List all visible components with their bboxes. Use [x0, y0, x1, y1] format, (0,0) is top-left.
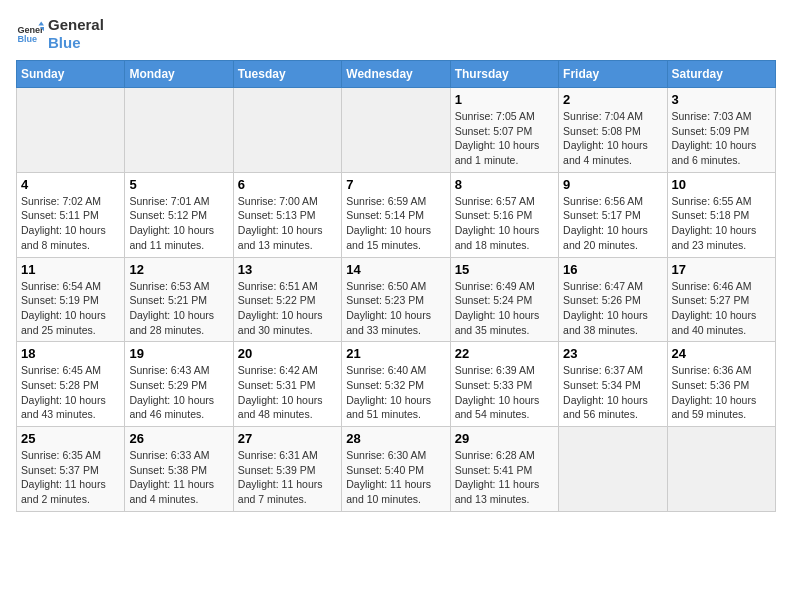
day-number: 26 — [129, 431, 228, 446]
day-number: 3 — [672, 92, 771, 107]
day-number: 4 — [21, 177, 120, 192]
logo-line2: Blue — [48, 34, 104, 52]
day-number: 7 — [346, 177, 445, 192]
day-info: Sunrise: 6:50 AM Sunset: 5:23 PM Dayligh… — [346, 279, 445, 338]
calendar-cell: 11Sunrise: 6:54 AM Sunset: 5:19 PM Dayli… — [17, 257, 125, 342]
svg-text:General: General — [17, 25, 44, 35]
day-info: Sunrise: 6:30 AM Sunset: 5:40 PM Dayligh… — [346, 448, 445, 507]
day-number: 17 — [672, 262, 771, 277]
calendar-cell: 26Sunrise: 6:33 AM Sunset: 5:38 PM Dayli… — [125, 427, 233, 512]
calendar-cell: 28Sunrise: 6:30 AM Sunset: 5:40 PM Dayli… — [342, 427, 450, 512]
day-header-sunday: Sunday — [17, 61, 125, 88]
calendar-cell — [17, 88, 125, 173]
calendar-cell: 15Sunrise: 6:49 AM Sunset: 5:24 PM Dayli… — [450, 257, 558, 342]
day-number: 15 — [455, 262, 554, 277]
logo-line1: General — [48, 16, 104, 34]
day-info: Sunrise: 6:47 AM Sunset: 5:26 PM Dayligh… — [563, 279, 662, 338]
calendar-week-0: 1Sunrise: 7:05 AM Sunset: 5:07 PM Daylig… — [17, 88, 776, 173]
logo-icon: General Blue — [16, 20, 44, 48]
day-number: 22 — [455, 346, 554, 361]
day-info: Sunrise: 6:59 AM Sunset: 5:14 PM Dayligh… — [346, 194, 445, 253]
calendar-cell: 21Sunrise: 6:40 AM Sunset: 5:32 PM Dayli… — [342, 342, 450, 427]
day-info: Sunrise: 6:43 AM Sunset: 5:29 PM Dayligh… — [129, 363, 228, 422]
day-info: Sunrise: 6:54 AM Sunset: 5:19 PM Dayligh… — [21, 279, 120, 338]
day-info: Sunrise: 6:28 AM Sunset: 5:41 PM Dayligh… — [455, 448, 554, 507]
day-header-friday: Friday — [559, 61, 667, 88]
svg-marker-2 — [38, 21, 44, 25]
day-info: Sunrise: 6:36 AM Sunset: 5:36 PM Dayligh… — [672, 363, 771, 422]
day-number: 28 — [346, 431, 445, 446]
calendar-cell: 18Sunrise: 6:45 AM Sunset: 5:28 PM Dayli… — [17, 342, 125, 427]
day-info: Sunrise: 7:03 AM Sunset: 5:09 PM Dayligh… — [672, 109, 771, 168]
day-info: Sunrise: 6:39 AM Sunset: 5:33 PM Dayligh… — [455, 363, 554, 422]
day-info: Sunrise: 6:35 AM Sunset: 5:37 PM Dayligh… — [21, 448, 120, 507]
calendar-cell: 24Sunrise: 6:36 AM Sunset: 5:36 PM Dayli… — [667, 342, 775, 427]
calendar-cell: 1Sunrise: 7:05 AM Sunset: 5:07 PM Daylig… — [450, 88, 558, 173]
calendar-cell: 9Sunrise: 6:56 AM Sunset: 5:17 PM Daylig… — [559, 172, 667, 257]
day-info: Sunrise: 6:51 AM Sunset: 5:22 PM Dayligh… — [238, 279, 337, 338]
calendar-cell: 16Sunrise: 6:47 AM Sunset: 5:26 PM Dayli… — [559, 257, 667, 342]
calendar-week-1: 4Sunrise: 7:02 AM Sunset: 5:11 PM Daylig… — [17, 172, 776, 257]
day-info: Sunrise: 6:57 AM Sunset: 5:16 PM Dayligh… — [455, 194, 554, 253]
day-info: Sunrise: 6:45 AM Sunset: 5:28 PM Dayligh… — [21, 363, 120, 422]
calendar-cell: 29Sunrise: 6:28 AM Sunset: 5:41 PM Dayli… — [450, 427, 558, 512]
day-info: Sunrise: 6:46 AM Sunset: 5:27 PM Dayligh… — [672, 279, 771, 338]
day-number: 10 — [672, 177, 771, 192]
day-info: Sunrise: 7:05 AM Sunset: 5:07 PM Dayligh… — [455, 109, 554, 168]
day-number: 14 — [346, 262, 445, 277]
calendar-body: 1Sunrise: 7:05 AM Sunset: 5:07 PM Daylig… — [17, 88, 776, 512]
day-number: 2 — [563, 92, 662, 107]
day-info: Sunrise: 7:04 AM Sunset: 5:08 PM Dayligh… — [563, 109, 662, 168]
calendar-cell: 17Sunrise: 6:46 AM Sunset: 5:27 PM Dayli… — [667, 257, 775, 342]
day-info: Sunrise: 6:37 AM Sunset: 5:34 PM Dayligh… — [563, 363, 662, 422]
calendar-cell: 7Sunrise: 6:59 AM Sunset: 5:14 PM Daylig… — [342, 172, 450, 257]
day-number: 5 — [129, 177, 228, 192]
calendar-cell: 22Sunrise: 6:39 AM Sunset: 5:33 PM Dayli… — [450, 342, 558, 427]
day-number: 24 — [672, 346, 771, 361]
day-number: 19 — [129, 346, 228, 361]
calendar-week-2: 11Sunrise: 6:54 AM Sunset: 5:19 PM Dayli… — [17, 257, 776, 342]
calendar-week-3: 18Sunrise: 6:45 AM Sunset: 5:28 PM Dayli… — [17, 342, 776, 427]
day-header-thursday: Thursday — [450, 61, 558, 88]
day-number: 16 — [563, 262, 662, 277]
logo: General Blue General Blue — [16, 16, 104, 52]
calendar-cell: 19Sunrise: 6:43 AM Sunset: 5:29 PM Dayli… — [125, 342, 233, 427]
calendar-week-4: 25Sunrise: 6:35 AM Sunset: 5:37 PM Dayli… — [17, 427, 776, 512]
day-number: 25 — [21, 431, 120, 446]
day-number: 18 — [21, 346, 120, 361]
day-info: Sunrise: 6:40 AM Sunset: 5:32 PM Dayligh… — [346, 363, 445, 422]
calendar-cell: 3Sunrise: 7:03 AM Sunset: 5:09 PM Daylig… — [667, 88, 775, 173]
day-header-wednesday: Wednesday — [342, 61, 450, 88]
day-number: 9 — [563, 177, 662, 192]
calendar-cell: 5Sunrise: 7:01 AM Sunset: 5:12 PM Daylig… — [125, 172, 233, 257]
day-info: Sunrise: 6:53 AM Sunset: 5:21 PM Dayligh… — [129, 279, 228, 338]
calendar-cell: 4Sunrise: 7:02 AM Sunset: 5:11 PM Daylig… — [17, 172, 125, 257]
calendar-cell — [667, 427, 775, 512]
day-header-tuesday: Tuesday — [233, 61, 341, 88]
day-header-saturday: Saturday — [667, 61, 775, 88]
calendar-cell: 6Sunrise: 7:00 AM Sunset: 5:13 PM Daylig… — [233, 172, 341, 257]
calendar-cell: 27Sunrise: 6:31 AM Sunset: 5:39 PM Dayli… — [233, 427, 341, 512]
day-number: 13 — [238, 262, 337, 277]
calendar-cell: 8Sunrise: 6:57 AM Sunset: 5:16 PM Daylig… — [450, 172, 558, 257]
day-number: 23 — [563, 346, 662, 361]
day-info: Sunrise: 6:49 AM Sunset: 5:24 PM Dayligh… — [455, 279, 554, 338]
calendar-cell — [559, 427, 667, 512]
day-info: Sunrise: 7:01 AM Sunset: 5:12 PM Dayligh… — [129, 194, 228, 253]
day-number: 12 — [129, 262, 228, 277]
calendar-cell — [125, 88, 233, 173]
calendar-cell: 2Sunrise: 7:04 AM Sunset: 5:08 PM Daylig… — [559, 88, 667, 173]
calendar-header-row: SundayMondayTuesdayWednesdayThursdayFrid… — [17, 61, 776, 88]
day-info: Sunrise: 7:02 AM Sunset: 5:11 PM Dayligh… — [21, 194, 120, 253]
day-info: Sunrise: 6:42 AM Sunset: 5:31 PM Dayligh… — [238, 363, 337, 422]
day-info: Sunrise: 6:31 AM Sunset: 5:39 PM Dayligh… — [238, 448, 337, 507]
calendar-cell: 23Sunrise: 6:37 AM Sunset: 5:34 PM Dayli… — [559, 342, 667, 427]
day-number: 6 — [238, 177, 337, 192]
day-info: Sunrise: 6:56 AM Sunset: 5:17 PM Dayligh… — [563, 194, 662, 253]
calendar-cell: 10Sunrise: 6:55 AM Sunset: 5:18 PM Dayli… — [667, 172, 775, 257]
day-number: 11 — [21, 262, 120, 277]
day-number: 1 — [455, 92, 554, 107]
day-number: 8 — [455, 177, 554, 192]
day-info: Sunrise: 6:55 AM Sunset: 5:18 PM Dayligh… — [672, 194, 771, 253]
calendar-cell — [233, 88, 341, 173]
